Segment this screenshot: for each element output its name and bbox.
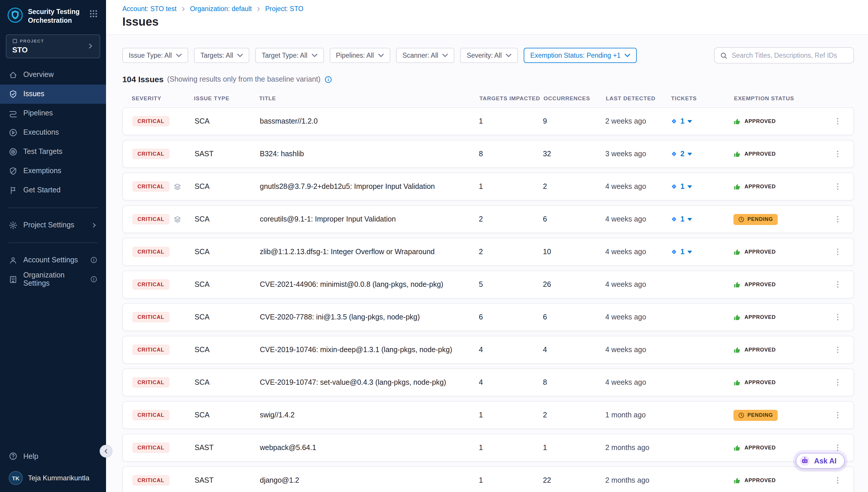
issue-row[interactable]: CRITICALSCACVE-2020-7788: ini@1.3.5 (lan… [122,303,854,331]
row-menu-button[interactable] [831,441,844,454]
filter-scanner[interactable]: Scanner: All [396,48,455,63]
info-icon[interactable] [90,276,97,283]
pipelines-icon [9,109,18,118]
issue-row[interactable]: CRITICALSCAcoreutils@9.1-1: Improper Inp… [122,205,854,233]
filter-label: Pipelines: All [336,52,374,59]
clock-icon [738,216,744,222]
filter-label: Target Type: All [262,52,307,59]
row-menu-button[interactable] [831,311,844,323]
dots-vertical-icon [834,150,842,158]
dots-vertical-icon [834,444,842,452]
project-selector[interactable]: PROJECT STO [6,34,100,58]
row-menu-button[interactable] [831,343,844,356]
search-box[interactable] [714,47,854,64]
filter-targets[interactable]: Targets: All [194,48,249,63]
filter-issue-type[interactable]: Issue Type: All [122,48,188,63]
issue-type: SCA [194,346,260,354]
row-menu-button[interactable] [831,213,844,226]
issue-type: SCA [194,182,260,191]
last-detected: 4 weeks ago [605,215,670,223]
sidebar-item-pipelines[interactable]: Pipelines [0,104,106,123]
issue-row[interactable]: CRITICALSCAbassmaster//1.2.0192 weeks ag… [122,107,854,135]
issues-table-body: CRITICALSCAbassmaster//1.2.0192 weeks ag… [122,107,854,492]
chevron-down-icon [506,54,512,57]
sidebar-item-executions[interactable]: Executions [0,123,106,142]
issue-title: coreutils@9.1-1: Improper Input Validati… [260,206,479,232]
layers-icon [174,215,181,223]
column-header-tickets: TICKETS [671,95,734,101]
ticket-chip[interactable]: 1 [670,215,692,223]
ticket-chip[interactable]: 1 [670,182,692,191]
organization-icon [9,275,18,284]
sidebar-item-exemptions[interactable]: Exemptions [0,162,106,181]
filter-severity[interactable]: Severity: All [460,48,518,63]
exemption-status-badge: APPROVED [733,248,776,255]
main-content: Account: STO testOrganization: defaultPr… [106,0,868,492]
sidebar-item-overview[interactable]: Overview [0,65,106,84]
issue-row[interactable]: CRITICALSCAzlib@1:1.2.13.dfsg-1: Integer… [122,238,854,266]
filter-label: Severity: All [467,52,502,59]
row-menu-button[interactable] [831,180,844,193]
row-menu-button[interactable] [831,278,844,291]
ticket-chip[interactable]: 1 [670,117,692,125]
row-menu-button[interactable] [831,147,844,160]
ticket-chip[interactable]: 2 [670,150,692,158]
sidebar-item-help[interactable]: Help [0,446,106,466]
exemption-status-badge: APPROVED [733,346,776,353]
row-menu-button[interactable] [831,376,844,389]
column-header-severity: SEVERITY [132,95,194,101]
issue-row[interactable]: CRITICALSCAswig//1.4.2121 month agoPENDI… [122,401,854,429]
breadcrumb-link[interactable]: Project: STO [265,5,303,12]
issue-title: CVE-2021-44906: minimist@0.0.8 (lang-pkg… [260,271,479,298]
sidebar-item-label: Get Started [23,186,60,194]
filter-pipelines[interactable]: Pipelines: All [330,48,390,63]
severity-badge: CRITICAL [132,475,169,486]
issue-type: SCA [194,378,260,387]
sidebar-item-account-settings[interactable]: Account Settings [0,251,106,270]
sidebar-item-test-targets[interactable]: Test Targets [0,142,106,162]
sidebar-item-issues[interactable]: Issues [0,84,106,104]
ask-ai-button[interactable]: Ask AI [795,453,845,469]
filter-label: Targets: All [201,52,233,59]
severity-badge: CRITICAL [132,345,169,355]
filter-target-type[interactable]: Target Type: All [255,48,324,63]
info-icon[interactable] [90,257,97,264]
dots-vertical-icon [834,248,842,256]
issue-row[interactable]: CRITICALSCACVE-2019-10747: set-value@0.4… [122,368,854,396]
targets-impacted: 1 [479,117,543,125]
exemption-status-badge: APPROVED [733,183,776,190]
sidebar-item-organization-settings[interactable]: Organization Settings [0,270,106,289]
sidebar-item-get-started[interactable]: Get Started [0,181,106,200]
user-profile[interactable]: TK Teja Kummarikuntla [0,466,106,485]
sidebar-item-project-settings[interactable]: Project Settings [0,216,106,235]
thumbs-up-icon [733,248,741,255]
issue-row[interactable]: CRITICALSCACVE-2019-10746: mixin-deep@1.… [122,336,854,364]
filter-exemption-status[interactable]: Exemption Status: Pending +1 [524,48,637,63]
column-header-occurrences: OCCURRENCES [544,95,606,101]
row-menu-button[interactable] [831,245,844,258]
column-header-last-detected: LAST DETECTED [606,95,671,101]
dots-vertical-icon [834,182,842,191]
issue-row[interactable]: CRITICALSASTwebpack@5.64.1112 months ago… [122,434,854,462]
issue-row[interactable]: CRITICALSCAgnutls28@3.7.9-2+deb12u5: Imp… [122,173,854,200]
occurrences: 26 [543,280,605,289]
row-menu-button[interactable] [831,474,844,487]
issue-title: gnutls28@3.7.9-2+deb12u5: Improper Input… [260,173,479,200]
exemption-status-text: PENDING [747,412,773,418]
breadcrumb-link[interactable]: Account: STO test [122,5,177,12]
app-switcher-grid-icon[interactable] [88,8,99,19]
issue-row[interactable]: CRITICALSASTdjango@1.21222 months agoAPP… [122,466,854,492]
issues-icon [9,90,18,99]
ticket-chip[interactable]: 1 [670,248,692,256]
issue-row[interactable]: CRITICALSASTB324: hashlib8323 weeks ago2… [122,140,854,168]
exemption-status-badge: APPROVED [733,118,776,125]
occurrences: 9 [543,117,605,125]
row-menu-button[interactable] [831,115,844,128]
info-icon[interactable] [324,75,332,83]
search-input[interactable] [732,52,848,59]
breadcrumb-link[interactable]: Organization: default [190,5,252,12]
thumbs-up-icon [733,346,741,353]
sidebar-collapse-button[interactable] [100,445,112,458]
row-menu-button[interactable] [831,409,844,421]
issue-row[interactable]: CRITICALSCACVE-2021-44906: minimist@0.0.… [122,270,854,298]
